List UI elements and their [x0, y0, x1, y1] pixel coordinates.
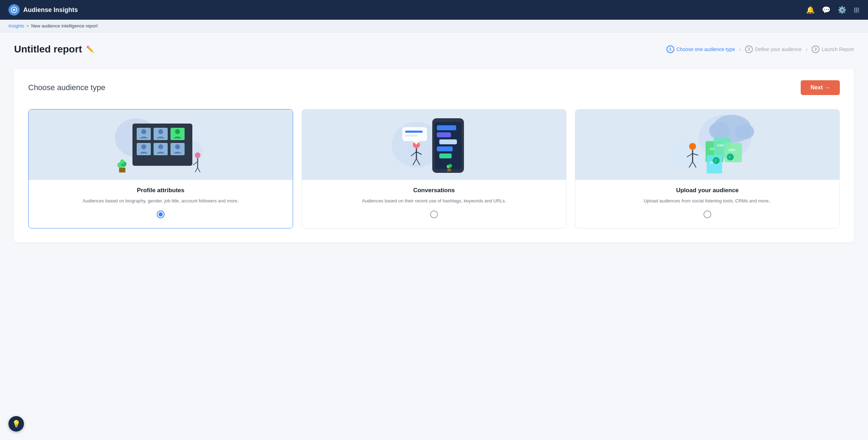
- card-title-conversations: Conversations: [310, 187, 558, 194]
- svg-rect-43: [402, 127, 427, 141]
- svg-point-1: [13, 9, 15, 11]
- help-icon: 💡: [12, 420, 21, 428]
- svg-point-12: [158, 129, 163, 134]
- svg-text:.CSV: .CSV: [728, 148, 735, 152]
- card-radio-profile[interactable]: [157, 210, 165, 218]
- audience-cards-grid: Profile attributes Audiences based on bi…: [28, 109, 840, 228]
- step-2-circle: 2: [745, 45, 753, 53]
- svg-point-51: [734, 124, 754, 139]
- nav-icons-area: 🔔 💬 ⚙️ ⊞: [806, 6, 860, 14]
- report-title: Untitled report: [14, 44, 82, 55]
- card-body-conversations: Conversations Audiences based on their r…: [302, 180, 566, 228]
- card-radio-upload[interactable]: [703, 210, 711, 218]
- svg-point-42: [448, 164, 452, 168]
- notification-icon[interactable]: 🔔: [806, 6, 815, 14]
- svg-rect-30: [437, 132, 451, 137]
- edit-title-icon[interactable]: ✏️: [86, 45, 94, 53]
- stepper: 1 Choose one audience type › 2 Define yo…: [666, 45, 854, 53]
- svg-rect-32: [437, 146, 453, 151]
- section-title: Choose audience type: [28, 83, 105, 92]
- svg-point-11: [141, 129, 146, 134]
- step-1-circle: 1: [666, 45, 674, 53]
- top-navigation: Audiense Insights 🔔 💬 ⚙️ ⊞: [0, 0, 868, 20]
- breadcrumb: Insights > New audience intelligence rep…: [0, 20, 868, 32]
- svg-rect-40: [447, 169, 451, 171]
- svg-text:↑: ↑: [714, 158, 717, 163]
- svg-point-25: [120, 159, 124, 164]
- svg-point-16: [175, 144, 180, 149]
- card-body-profile: Profile attributes Audiences based on bi…: [29, 180, 293, 227]
- card-title-upload: Upload your audience: [584, 187, 831, 194]
- step-1-label: Choose one audience type: [676, 46, 735, 52]
- brand-name: Audiense Insights: [23, 6, 78, 14]
- svg-point-14: [141, 144, 146, 149]
- step-2-label: Define your audience: [755, 46, 801, 52]
- svg-point-64: [689, 143, 696, 150]
- card-desc-upload: Upload audiences from social listening t…: [584, 197, 831, 205]
- report-header: Untitled report ✏️ 1 Choose one audience…: [14, 44, 854, 55]
- report-title-area: Untitled report ✏️: [14, 44, 94, 55]
- card-illustration-profile: [29, 109, 293, 180]
- svg-text:↑: ↑: [728, 154, 731, 160]
- brand-area: Audiense Insights: [8, 4, 78, 15]
- svg-line-21: [198, 168, 200, 172]
- svg-line-20: [195, 168, 198, 172]
- svg-rect-46: [405, 135, 417, 137]
- svg-point-15: [158, 144, 163, 149]
- card-conversations[interactable]: Conversations Audiences based on their r…: [302, 109, 566, 228]
- svg-text:.CSV: .CSV: [717, 144, 724, 147]
- choose-section: Choose audience type Next →: [14, 69, 854, 243]
- main-content: Untitled report ✏️ 1 Choose one audience…: [0, 32, 868, 254]
- breadcrumb-parent-link[interactable]: Insights: [8, 23, 24, 29]
- step-3: 3 Launch Report: [812, 45, 854, 53]
- breadcrumb-separator: >: [26, 23, 29, 29]
- choose-header: Choose audience type Next →: [28, 80, 840, 95]
- card-profile-attributes[interactable]: Profile attributes Audiences based on bi…: [28, 109, 293, 228]
- svg-point-13: [175, 129, 180, 134]
- svg-rect-56: [725, 143, 742, 162]
- logo: [8, 4, 20, 15]
- svg-rect-33: [439, 153, 452, 158]
- step-3-label: Launch Report: [822, 46, 854, 52]
- card-title-profile: Profile attributes: [37, 187, 284, 194]
- help-button[interactable]: 💡: [8, 416, 24, 432]
- breadcrumb-current: New audience intelligence report: [31, 23, 98, 29]
- card-illustration-upload: .CSV .CSV .CSV .txt ↑ ↑: [575, 109, 839, 180]
- card-desc-profile: Audiences based on biography, gender, jo…: [37, 197, 284, 205]
- step-3-circle: 3: [812, 45, 819, 53]
- svg-rect-29: [437, 125, 456, 130]
- step-1: 1 Choose one audience type: [666, 45, 735, 53]
- svg-rect-31: [439, 139, 457, 144]
- settings-icon[interactable]: ⚙️: [838, 6, 847, 14]
- next-button[interactable]: Next →: [801, 80, 840, 95]
- card-body-upload: Upload your audience Upload audiences fr…: [575, 180, 839, 228]
- step-arrow-1: ›: [739, 46, 741, 52]
- card-upload-audience[interactable]: .CSV .CSV .CSV .txt ↑ ↑: [575, 109, 840, 228]
- card-illustration-conversations: [302, 109, 566, 180]
- card-desc-conversations: Audiences based on their recent use of h…: [310, 197, 558, 205]
- message-icon[interactable]: 💬: [822, 6, 831, 14]
- step-2: 2 Define your audience: [745, 45, 801, 53]
- grid-icon[interactable]: ⊞: [854, 6, 860, 14]
- svg-rect-45: [405, 131, 423, 133]
- svg-point-50: [709, 122, 730, 139]
- svg-rect-22: [119, 168, 125, 172]
- card-radio-conversations[interactable]: [430, 210, 438, 218]
- svg-point-17: [195, 152, 200, 158]
- step-arrow-2: ›: [806, 46, 807, 52]
